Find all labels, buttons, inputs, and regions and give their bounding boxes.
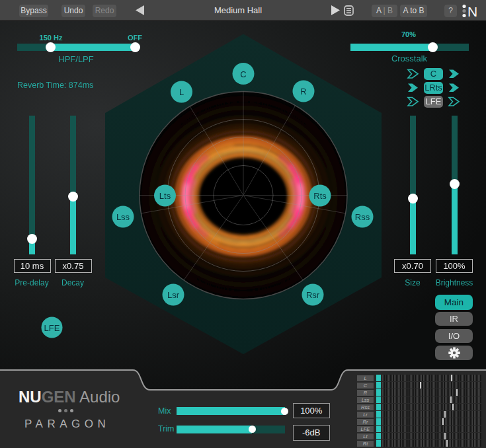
svg-text:R: R <box>300 87 306 96</box>
svg-text:Rsr: Rsr <box>306 290 320 300</box>
svg-text:Lsr: Lsr <box>167 290 180 300</box>
svg-text:Rts: Rts <box>313 191 327 201</box>
svg-text:LFE: LFE <box>44 323 60 333</box>
svg-text:L: L <box>179 87 184 97</box>
svg-text:N: N <box>467 4 477 19</box>
svg-text:Rss: Rss <box>355 212 370 222</box>
svg-text:Lss: Lss <box>116 212 130 222</box>
svg-text:Lts: Lts <box>159 191 171 201</box>
svg-text:C: C <box>240 69 246 79</box>
